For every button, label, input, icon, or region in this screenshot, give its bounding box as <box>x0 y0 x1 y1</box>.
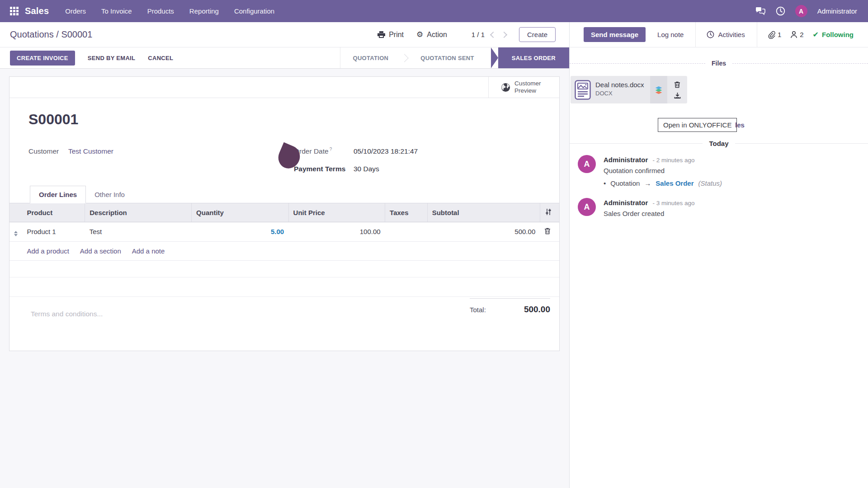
log-note-button[interactable]: Log note <box>657 31 684 38</box>
main-menu: Orders To Invoice Products Reporting Con… <box>65 7 274 15</box>
terms-placeholder[interactable]: Terms and conditions... <box>31 310 103 318</box>
chatter-toolbar: Send message Log note Activities 1 <box>570 22 868 47</box>
attachment-card[interactable]: Deal notes.docx DOCX <box>571 76 687 103</box>
activities-clock-icon[interactable] <box>776 6 785 16</box>
stage-arrow-icon <box>491 47 498 68</box>
stage-quotation[interactable]: QUOTATION <box>340 47 401 68</box>
menu-products[interactable]: Products <box>147 7 174 15</box>
pager-next-icon[interactable] <box>501 31 507 38</box>
apps-menu-icon[interactable] <box>10 7 19 15</box>
order-date-label: Order Date? <box>294 147 354 155</box>
customer-preview-button[interactable]: Customer Preview <box>488 77 559 98</box>
message-author[interactable]: Administrator <box>604 199 648 206</box>
customer-value[interactable]: Test Customer <box>68 147 113 155</box>
optional-columns-header <box>540 203 559 222</box>
globe-icon <box>501 83 510 92</box>
message-time: - 2 minutes ago <box>653 157 695 164</box>
col-description[interactable]: Description <box>85 203 192 222</box>
stage-quotation-sent[interactable]: QUOTATION SENT <box>408 47 486 68</box>
add-section-link[interactable]: Add a section <box>80 247 121 255</box>
send-by-email-button[interactable]: SEND BY EMAIL <box>88 55 136 61</box>
app-brand[interactable]: Sales <box>25 6 49 16</box>
message-body: Quotation confirmed <box>604 167 722 174</box>
cell-unit-price[interactable]: 100.00 <box>288 222 385 241</box>
menu-to-invoice[interactable]: To Invoice <box>101 7 132 15</box>
cell-product[interactable]: Product 1 <box>22 222 85 241</box>
following-toggle[interactable]: ✔ Following <box>813 30 854 39</box>
toolbar-divider <box>695 22 696 47</box>
tracking-new-value[interactable]: Sales Order <box>656 179 693 187</box>
customer-label: Customer <box>28 147 68 155</box>
menu-reporting[interactable]: Reporting <box>189 7 219 15</box>
tab-other-info[interactable]: Other Info <box>86 186 133 203</box>
tracking-value: • Quotation → Sales Order (Status) <box>604 179 722 187</box>
add-product-link[interactable]: Add a product <box>27 247 69 255</box>
attachment-meta: Deal notes.docx DOCX <box>591 76 650 103</box>
tracking-arrow-icon: → <box>644 179 651 187</box>
messages-icon[interactable] <box>755 7 766 16</box>
gear-icon: ⚙ <box>416 30 423 39</box>
menu-orders[interactable]: Orders <box>65 7 86 15</box>
followers-counter[interactable]: 2 <box>790 31 803 38</box>
open-in-onlyoffice-button[interactable] <box>650 76 667 103</box>
field-payment-terms: Payment Terms 30 Days <box>294 165 379 173</box>
cancel-button[interactable]: CANCEL <box>148 55 173 61</box>
table-empty-row <box>9 260 559 277</box>
table-row[interactable]: Product 1 Test 5.00 100.00 500.00 <box>9 222 559 241</box>
col-unit-price[interactable]: Unit Price <box>288 203 385 222</box>
attachments-counter[interactable]: 1 <box>768 31 781 39</box>
field-order-date: Order Date? 05/10/2023 18:21:47 <box>294 147 418 155</box>
create-button[interactable]: Create <box>519 27 556 42</box>
message-author[interactable]: Administrator <box>604 156 648 164</box>
record-pager: 1 / 1 <box>472 31 506 38</box>
col-quantity[interactable]: Quantity <box>192 203 289 222</box>
pager-previous-icon[interactable] <box>490 31 496 38</box>
delete-attachment-icon[interactable] <box>674 81 680 88</box>
adjust-columns-icon[interactable] <box>545 208 552 216</box>
row-drag-handle[interactable] <box>9 222 22 241</box>
document-icon <box>575 80 591 100</box>
cell-taxes[interactable] <box>385 222 428 241</box>
button-box: Customer Preview <box>9 77 559 98</box>
help-icon: ? <box>330 147 332 152</box>
message-avatar[interactable]: A <box>578 155 596 173</box>
col-product[interactable]: Product <box>22 203 85 222</box>
user-avatar[interactable]: A <box>795 5 807 17</box>
user-name[interactable]: Administrator <box>817 7 857 15</box>
cell-subtotal: 500.00 <box>427 222 540 241</box>
files-divider: Files <box>570 60 868 67</box>
pager-value: 1 / 1 <box>472 31 485 38</box>
attachment-name[interactable]: Deal notes.docx <box>595 81 646 89</box>
stage-sales-order[interactable]: SALES ORDER <box>498 47 569 68</box>
payment-terms-label: Payment Terms <box>294 165 354 173</box>
order-date-value[interactable]: 05/10/2023 18:21:47 <box>354 147 418 155</box>
tab-order-lines[interactable]: Order Lines <box>30 186 86 203</box>
menu-configuration[interactable]: Configuration <box>234 7 274 15</box>
tracking-bullet: • <box>604 179 606 187</box>
download-attachment-icon[interactable] <box>674 92 681 99</box>
trash-icon[interactable] <box>544 227 551 235</box>
cell-quantity[interactable]: 5.00 <box>192 222 289 241</box>
action-button[interactable]: ⚙ Action <box>416 30 447 39</box>
breadcrumb[interactable]: Quotations / S00001 <box>10 29 92 40</box>
top-navbar: Sales Orders To Invoice Products Reporti… <box>0 0 868 22</box>
message-body: Sales Order created <box>604 210 695 217</box>
create-invoice-button[interactable]: CREATE INVOICE <box>10 51 75 66</box>
activities-button[interactable]: Activities <box>707 31 745 38</box>
add-line-row: Add a product Add a section Add a note <box>9 241 559 260</box>
table-empty-row <box>9 277 559 296</box>
col-subtotal[interactable]: Subtotal <box>427 203 540 222</box>
clipped-link-text[interactable]: les <box>735 121 745 129</box>
message-content: Administrator - 3 minutes ago Sales Orde… <box>604 198 695 217</box>
navbar-systray: A Administrator <box>755 5 861 17</box>
cell-delete[interactable] <box>540 222 559 241</box>
col-taxes[interactable]: Taxes <box>385 203 428 222</box>
message-thread: A Administrator - 2 minutes ago Quotatio… <box>570 155 868 217</box>
cell-description[interactable]: Test <box>85 222 192 241</box>
payment-terms-value[interactable]: 30 Days <box>354 165 379 173</box>
add-note-link[interactable]: Add a note <box>132 247 165 255</box>
message-avatar[interactable]: A <box>578 198 596 216</box>
send-message-button[interactable]: Send message <box>584 27 646 42</box>
print-button[interactable]: Print <box>377 31 404 39</box>
main-panel: Quotations / S00001 Print ⚙ Action 1 / 1… <box>0 22 569 488</box>
